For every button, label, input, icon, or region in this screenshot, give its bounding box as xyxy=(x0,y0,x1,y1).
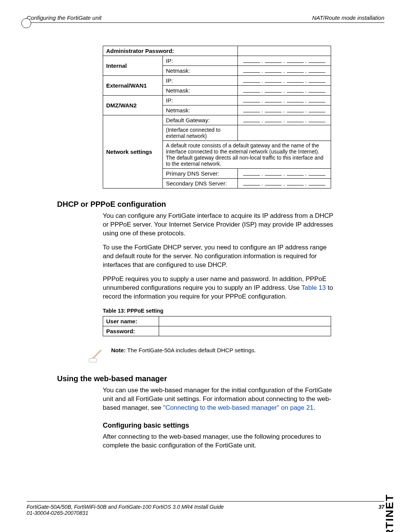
heading-web-manager: Using the web-based manager xyxy=(57,374,384,383)
row-network: Network settings xyxy=(103,115,163,189)
row-dmz: DMZ/WAN2 xyxy=(103,96,163,115)
page-footer: FortiGate-50A/50B, FortiWiFi-50B and For… xyxy=(27,501,384,516)
note-block: Note: The FortiGate-50A includes default… xyxy=(88,347,384,363)
para-dhcp-1: You can configure any FortiGate interfac… xyxy=(103,212,335,238)
header-left: Configuring the FortiGate unit xyxy=(27,14,102,21)
ip-blank: ... xyxy=(238,56,331,66)
para-dhcp-3: PPPoE requires you to supply a user name… xyxy=(103,275,335,301)
para-dhcp-2: To use the FortiGate DHCP server, you ne… xyxy=(103,243,335,270)
link-table13[interactable]: Table 13 xyxy=(301,284,326,291)
heading-basic-settings: Configuring basic settings xyxy=(103,422,384,430)
pppoe-table: User name: Password: xyxy=(103,316,331,336)
svg-rect-0 xyxy=(89,358,97,362)
row-external: External/WAN1 xyxy=(103,76,163,96)
para-web-1: You can use the web-based manager for th… xyxy=(103,386,335,412)
para-basic-1: After connecting to the web-based manage… xyxy=(103,433,335,450)
link-connecting[interactable]: "Connecting to the web-based manager" on… xyxy=(163,404,314,411)
header-right: NAT/Route mode installation xyxy=(312,14,384,21)
heading-dhcp-pppoe: DHCP or PPPoE configuration xyxy=(57,200,384,209)
note-icon xyxy=(88,347,104,363)
header-rule xyxy=(27,22,384,23)
row-admin-pwd: Administrator Password: xyxy=(103,46,238,56)
row-internal: Internal xyxy=(103,56,163,76)
table13-caption: Table 13: PPPoE setting xyxy=(103,308,384,314)
fortinet-logo: FRTINET xyxy=(384,494,396,532)
config-table: Administrator Password: Internal IP: ...… xyxy=(103,46,331,189)
network-note: A default route consists of a default ga… xyxy=(163,141,331,169)
